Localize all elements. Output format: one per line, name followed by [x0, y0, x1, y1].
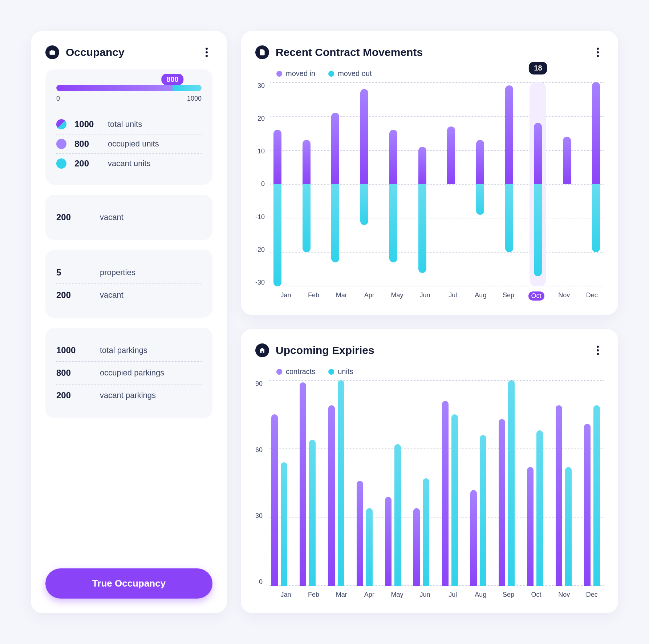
progress-vacant: [173, 85, 202, 91]
bar-group[interactable]: [442, 380, 458, 586]
stat-label: occupied units: [108, 139, 159, 149]
legend-label: units: [338, 367, 353, 376]
x-tick: Aug: [472, 291, 488, 301]
document-icon: [255, 45, 269, 59]
expiries-x-axis: JanFebMarAprMayJunJulAugSepOctNovDec: [255, 586, 604, 599]
bar-group[interactable]: [476, 82, 484, 286]
movements-x-axis: JanFebMarAprMayJunJulAugSepOctNovDec: [255, 286, 604, 301]
movements-more-button[interactable]: [592, 47, 604, 58]
x-tick: Jan: [278, 591, 294, 599]
stat-value: 200: [56, 212, 85, 222]
legend-dot-icon: [276, 369, 282, 375]
x-tick: Oct: [528, 291, 544, 301]
x-tick: May: [389, 291, 405, 301]
stat-value: 800: [56, 368, 85, 378]
x-tick: Jul: [445, 591, 461, 599]
bar-group[interactable]: [360, 82, 368, 286]
bar-group[interactable]: [470, 380, 486, 586]
stat-value: 200: [74, 158, 100, 169]
occupancy-title: Occupancy: [66, 46, 194, 59]
progress-min: 0: [56, 95, 60, 102]
bar-group[interactable]: [413, 380, 429, 586]
stat-value: 200: [56, 290, 85, 300]
x-tick: Jul: [445, 291, 461, 301]
legend-dot-icon: [328, 71, 334, 77]
x-tick: Mar: [333, 291, 349, 301]
x-tick: May: [389, 591, 405, 599]
legend-dot-icon: [276, 71, 282, 77]
x-tick: Feb: [306, 591, 322, 599]
occupancy-more-button[interactable]: [201, 47, 212, 58]
expiries-y-axis: 9060300: [255, 380, 268, 586]
true-occupancy-button[interactable]: True Occupancy: [45, 568, 212, 599]
stat-value: 5: [56, 267, 85, 278]
bar-group[interactable]: [447, 82, 455, 286]
stat-label: properties: [100, 268, 135, 277]
bar-group[interactable]: [556, 380, 572, 586]
expiries-more-button[interactable]: [592, 345, 604, 356]
x-tick: Nov: [556, 291, 572, 301]
stat-value: 1000: [56, 345, 85, 355]
stat-label: vacant: [100, 213, 123, 222]
legend-label: contracts: [286, 367, 315, 376]
x-tick: Sep: [500, 591, 516, 599]
bar-group[interactable]: [303, 82, 311, 286]
stat-value: 200: [56, 390, 85, 401]
bar-group[interactable]: [331, 82, 339, 286]
x-tick: Mar: [333, 591, 349, 599]
stat-label: vacant parkings: [100, 391, 156, 400]
x-tick: Aug: [472, 591, 488, 599]
expiries-title: Upcoming Expiries: [276, 344, 585, 357]
movements-title: Recent Contract Movements: [276, 46, 585, 59]
bar-group[interactable]: [592, 82, 600, 286]
movements-card: Recent Contract Movements moved in moved…: [241, 31, 618, 315]
chart-tooltip: 18: [529, 62, 547, 75]
bar-group[interactable]: [505, 82, 513, 286]
stat-label: vacant units: [108, 159, 150, 168]
x-tick: Nov: [556, 591, 572, 599]
x-tick: Jan: [278, 291, 294, 301]
house-icon: [255, 343, 269, 357]
expiries-card: Upcoming Expiries contracts units 906030…: [241, 329, 618, 613]
bar-group[interactable]: [527, 380, 543, 586]
occupancy-card: Occupancy 800 0 1000: [31, 31, 227, 613]
legend-label: moved in: [286, 69, 315, 78]
swatch-occupied-icon: [56, 139, 66, 149]
expiries-plot[interactable]: [268, 380, 604, 586]
bar-group[interactable]: [389, 82, 397, 286]
progress-occupied: [56, 85, 173, 91]
bar-group[interactable]: [273, 82, 281, 286]
bar-group[interactable]: [584, 380, 600, 586]
bar-group[interactable]: [563, 82, 571, 286]
x-tick: Jun: [417, 291, 433, 301]
legend-label: moved out: [338, 69, 372, 78]
movements-y-axis: 3020100-10-20-30: [255, 82, 270, 286]
x-tick: Feb: [306, 291, 322, 301]
movements-plot[interactable]: 18: [270, 82, 604, 286]
x-tick: Dec: [584, 591, 600, 599]
swatch-total-icon: [56, 119, 66, 129]
x-tick: Dec: [584, 291, 600, 301]
swatch-vacant-icon: [56, 158, 66, 169]
bar-group[interactable]: [385, 380, 401, 586]
stat-label: total parkings: [100, 346, 147, 355]
bar-group[interactable]: [328, 380, 344, 586]
stat-value: 800: [74, 139, 100, 149]
x-tick: Apr: [361, 291, 377, 301]
progress-badge: 800: [161, 74, 183, 85]
bar-group[interactable]: [300, 380, 316, 586]
bar-group[interactable]: 18: [534, 82, 542, 286]
x-tick: Jun: [417, 591, 433, 599]
bar-group[interactable]: [357, 380, 373, 586]
stat-label: occupied parkings: [100, 368, 164, 378]
bar-group[interactable]: [271, 380, 287, 586]
x-tick: Apr: [361, 591, 377, 599]
briefcase-icon: [45, 45, 59, 59]
legend-dot-icon: [328, 369, 334, 375]
progress-bar: [56, 85, 202, 91]
progress-max: 1000: [187, 95, 202, 102]
bar-group[interactable]: [418, 82, 426, 286]
bar-group[interactable]: [499, 380, 515, 586]
stat-value: 1000: [74, 119, 100, 129]
x-tick: Sep: [500, 291, 516, 301]
